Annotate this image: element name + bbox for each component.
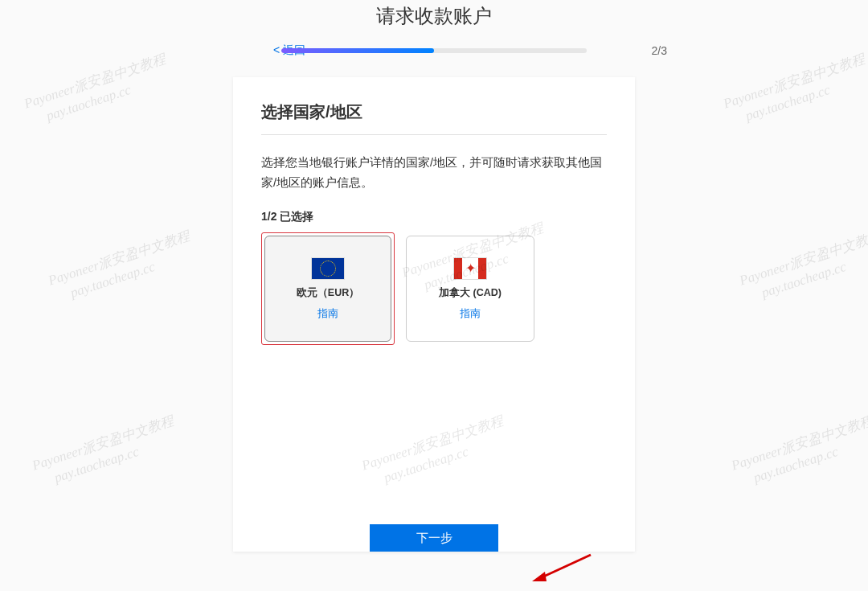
watermark: Payoneer派安盈中文教程 pay.taocheap.cc [46,228,198,309]
eu-flag-icon [311,257,345,280]
svg-marker-1 [532,572,547,581]
currency-card-eur-selection: 欧元（EUR） 指南 [261,232,395,345]
card-heading: 选择国家/地区 [261,101,607,135]
arrow-annotation-icon [530,551,595,583]
progress-row: < 返回 2/3 [0,48,868,53]
progress-fill [281,48,434,53]
selected-count: 1/2 已选择 [261,210,607,224]
watermark: Payoneer派安盈中文教程 pay.taocheap.cc [729,412,868,494]
step-indicator: 2/3 [652,44,667,57]
currency-name-cad: 加拿大 (CAD) [439,286,502,300]
currency-card-eur[interactable]: 欧元（EUR） 指南 [264,236,391,342]
currency-row: 欧元（EUR） 指南 ✦ 加拿大 (CAD) 指南 [261,232,607,345]
ca-flag-icon: ✦ [453,257,487,280]
watermark: Payoneer派安盈中文教程 pay.taocheap.cc [30,412,182,494]
watermark: Payoneer派安盈中文教程 pay.taocheap.cc [22,51,174,132]
guide-link-eur[interactable]: 指南 [317,306,338,321]
watermark: Payoneer派安盈中文教程 pay.taocheap.cc [737,228,868,309]
progress-bar [281,48,587,53]
currency-card-cad[interactable]: ✦ 加拿大 (CAD) 指南 [406,236,534,342]
page-title: 请求收款账户 [0,0,868,29]
main-card: 选择国家/地区 选择您当地银行账户详情的国家/地区，并可随时请求获取其他国家/地… [233,77,635,552]
svg-line-0 [540,555,591,578]
guide-link-cad[interactable]: 指南 [460,306,481,321]
watermark: Payoneer派安盈中文教程 pay.taocheap.cc [721,51,868,132]
card-description: 选择您当地银行账户详情的国家/地区，并可随时请求获取其他国家/地区的账户信息。 [261,153,607,192]
currency-name-eur: 欧元（EUR） [297,286,359,300]
next-button[interactable]: 下一步 [370,524,498,552]
